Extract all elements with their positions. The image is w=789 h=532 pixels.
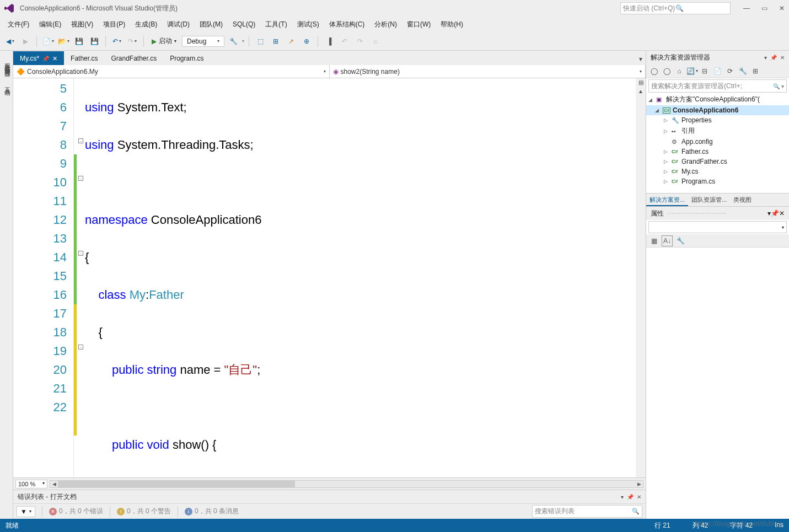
redo-button[interactable]: ↷ bbox=[126, 35, 139, 48]
close-icon[interactable]: ✕ bbox=[637, 494, 641, 500]
tree-properties-node[interactable]: ▷🔧Properties bbox=[646, 115, 789, 125]
save-all-button[interactable]: 💾 bbox=[88, 35, 101, 48]
pin-icon[interactable]: 📌 bbox=[627, 494, 634, 500]
solution-tree[interactable]: ◢▣解决方案"ConsoleApplication6"( ◢C#ConsoleA… bbox=[646, 94, 789, 193]
maximize-button[interactable]: ▭ bbox=[760, 4, 768, 12]
tree-file-node[interactable]: ▷C#My.cs bbox=[646, 166, 789, 176]
properties-button[interactable]: 🔧 bbox=[737, 66, 748, 77]
class-dropdown[interactable]: 🔶 ConsoleApplication6.My bbox=[13, 65, 330, 78]
pin-icon[interactable]: 📌 bbox=[770, 55, 777, 61]
refresh-button[interactable]: ⟳ bbox=[724, 66, 736, 77]
fold-toggle[interactable]: - bbox=[78, 251, 83, 256]
tab-solution-explorer[interactable]: 解决方案资... bbox=[646, 194, 688, 206]
back-button[interactable]: ◯ bbox=[648, 66, 659, 77]
warnings-toggle[interactable]: !0，共 0 个警告 bbox=[117, 507, 171, 516]
scroll-left-button[interactable]: ◀ bbox=[50, 481, 58, 487]
menu-build[interactable]: 生成(B) bbox=[131, 18, 162, 31]
scroll-right-button[interactable]: ▶ bbox=[635, 481, 643, 487]
panel-menu-button[interactable]: ▾ bbox=[764, 55, 767, 61]
fold-toggle[interactable]: - bbox=[78, 138, 83, 143]
tab-my-cs[interactable]: My.cs* 📌 ✕ bbox=[13, 51, 64, 65]
fold-toggle[interactable]: - bbox=[78, 345, 83, 350]
tree-file-node[interactable]: ▷C#Father.cs bbox=[646, 147, 789, 157]
menu-window[interactable]: 窗口(W) bbox=[402, 18, 435, 31]
split-button[interactable]: ▤ bbox=[637, 79, 645, 87]
close-icon[interactable]: ✕ bbox=[52, 55, 57, 62]
error-search-input[interactable]: 搜索错误列表 bbox=[532, 505, 642, 518]
fold-toggle[interactable]: - bbox=[78, 176, 83, 181]
solution-search-input[interactable]: 搜索解决方案资源管理器(Ctrl+; bbox=[648, 79, 787, 93]
pin-icon[interactable]: 📌 bbox=[42, 56, 49, 62]
quick-launch-input[interactable]: 快速启动 (Ctrl+Q) 🔍 bbox=[620, 2, 731, 14]
tb-icon[interactable]: ↷ bbox=[353, 35, 367, 48]
property-pages-button[interactable]: 🔧 bbox=[675, 235, 686, 246]
menu-debug[interactable]: 调试(D) bbox=[163, 18, 194, 31]
tab-team-explorer[interactable]: 团队资源管... bbox=[688, 194, 730, 206]
scroll-up-button[interactable]: ▲ bbox=[637, 88, 645, 96]
menu-file[interactable]: 文件(F) bbox=[3, 18, 34, 31]
scrollbar-thumb[interactable] bbox=[58, 481, 295, 487]
panel-menu-button[interactable]: ▾ bbox=[621, 494, 624, 500]
tabs-overflow-button[interactable]: ▾ bbox=[636, 53, 646, 65]
menu-test[interactable]: 测试(S) bbox=[293, 18, 324, 31]
horizontal-scrollbar[interactable]: ◀ ▶ bbox=[50, 480, 643, 488]
menu-tools[interactable]: 工具(T) bbox=[261, 18, 291, 31]
close-button[interactable]: ✕ bbox=[778, 4, 786, 12]
preview-button[interactable]: ⊞ bbox=[750, 66, 761, 77]
tree-solution-node[interactable]: ◢▣解决方案"ConsoleApplication6"( bbox=[646, 94, 789, 105]
nav-forward-button[interactable]: ▶ bbox=[19, 35, 32, 48]
code-editor[interactable]: 56 789 101112 131415 161718 192021 22 - … bbox=[13, 78, 646, 477]
code-content[interactable]: using System.Text; using System.Threadin… bbox=[85, 78, 636, 477]
collapse-button[interactable]: ⊟ bbox=[699, 66, 710, 77]
tree-file-node[interactable]: ▷C#Program.cs bbox=[646, 176, 789, 186]
undo-button[interactable]: ↶ bbox=[110, 35, 124, 48]
tree-appconfig-node[interactable]: ⚙App.config bbox=[646, 137, 789, 147]
menu-help[interactable]: 帮助(H) bbox=[436, 18, 468, 31]
zoom-dropdown[interactable]: 100 % bbox=[15, 480, 47, 488]
new-project-button[interactable]: 📄 bbox=[41, 35, 55, 48]
home-button[interactable]: ⌂ bbox=[674, 66, 685, 77]
toolbox-tab[interactable]: 工具箱 bbox=[0, 78, 13, 90]
member-dropdown[interactable]: ◉ show2(String name) bbox=[330, 65, 646, 78]
tree-project-node[interactable]: ◢C#ConsoleApplication6 bbox=[646, 105, 789, 115]
pin-icon[interactable]: 📌 bbox=[771, 209, 779, 217]
alphabetical-button[interactable]: A↓ bbox=[662, 235, 673, 246]
menu-view[interactable]: 视图(V) bbox=[67, 18, 98, 31]
minimize-button[interactable]: ― bbox=[743, 4, 750, 12]
close-icon[interactable]: ✕ bbox=[779, 209, 785, 217]
nav-back-button[interactable]: ◀ bbox=[3, 35, 17, 48]
menu-arch[interactable]: 体系结构(C) bbox=[325, 18, 369, 31]
errors-toggle[interactable]: ✕0，共 0 个错误 bbox=[49, 507, 103, 516]
tb-icon[interactable]: ⊞ bbox=[269, 35, 282, 48]
server-explorer-tab[interactable]: 服务器资源管理器 bbox=[0, 54, 13, 72]
show-all-button[interactable]: 📄 bbox=[712, 66, 723, 77]
config-dropdown[interactable]: Debug bbox=[182, 36, 224, 47]
tree-references-node[interactable]: ▷▪▪引用 bbox=[646, 125, 789, 137]
categorized-button[interactable]: ▦ bbox=[648, 235, 659, 246]
forward-button[interactable]: ◯ bbox=[661, 66, 672, 77]
start-debug-button[interactable]: ▶ 启动 ▾ bbox=[148, 35, 180, 47]
menu-sql[interactable]: SQL(Q) bbox=[228, 18, 260, 30]
menu-edit[interactable]: 编辑(E) bbox=[35, 18, 66, 31]
scope-button[interactable]: 🔄 bbox=[686, 66, 697, 77]
close-icon[interactable]: ✕ bbox=[780, 55, 785, 61]
tab-grandfather-cs[interactable]: GrandFather.cs bbox=[104, 51, 163, 65]
properties-grid[interactable] bbox=[646, 248, 789, 519]
tb-icon[interactable]: 🔧 bbox=[227, 35, 240, 48]
save-button[interactable]: 💾 bbox=[72, 35, 85, 48]
filter-button[interactable]: ▼ bbox=[17, 506, 35, 517]
menu-project[interactable]: 项目(P) bbox=[99, 18, 130, 31]
tb-icon[interactable]: ⎌ bbox=[369, 35, 382, 48]
properties-object-dropdown[interactable] bbox=[648, 221, 787, 233]
tab-father-cs[interactable]: Father.cs bbox=[64, 51, 104, 65]
menu-analyze[interactable]: 分析(N) bbox=[370, 18, 401, 31]
tree-file-node[interactable]: ▷C#GrandFather.cs bbox=[646, 157, 789, 166]
tb-icon[interactable]: ↗ bbox=[285, 35, 298, 48]
tab-program-cs[interactable]: Program.cs bbox=[163, 51, 210, 65]
tb-icon[interactable]: ⊕ bbox=[300, 35, 313, 48]
menu-team[interactable]: 团队(M) bbox=[195, 18, 227, 31]
tb-icon[interactable]: ↶ bbox=[338, 35, 351, 48]
tb-icon[interactable]: ⬚ bbox=[254, 35, 267, 48]
tab-class-view[interactable]: 类视图 bbox=[730, 194, 755, 206]
open-file-button[interactable]: 📂 bbox=[57, 35, 70, 48]
